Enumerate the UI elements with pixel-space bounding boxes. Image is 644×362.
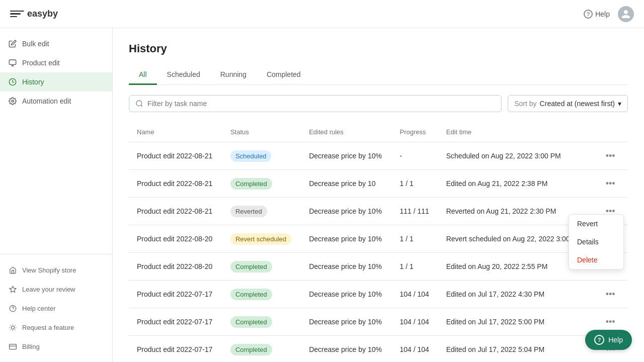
sidebar-label-billing: Billing — [22, 343, 40, 350]
svg-point-5 — [11, 326, 14, 329]
sort-prefix: Sort by — [514, 100, 536, 108]
cell-edited-rules: Decrease price by 10% — [301, 225, 391, 253]
top-nav-right: ? Help — [584, 6, 634, 22]
sidebar-item-request-feature[interactable]: Request a feature — [0, 318, 112, 337]
tab-running[interactable]: Running — [210, 65, 257, 85]
cell-edit-time: Edited on Aug 21, 2022 2:38 PM — [438, 170, 594, 198]
cell-name: Product edit 2022-08-21 — [129, 198, 222, 225]
col-edit-time: Edit time — [438, 122, 594, 142]
tab-completed[interactable]: Completed — [257, 65, 311, 85]
cell-progress: 1 / 1 — [392, 170, 438, 198]
table-body: Product edit 2022-08-21 Scheduled Decrea… — [129, 142, 628, 363]
cell-edited-rules: Decrease price by 10% — [301, 281, 391, 308]
svg-line-8 — [10, 325, 11, 325]
cell-progress: 1 / 1 — [392, 225, 438, 253]
cell-edit-time: Edited on Jul 17, 2022 5:00 PM — [438, 308, 594, 336]
sidebar-item-help-center[interactable]: Help center — [0, 299, 112, 318]
status-badge: Completed — [230, 344, 272, 355]
table-row: Product edit 2022-07-17 Completed Decrea… — [129, 308, 628, 336]
help-center-icon — [8, 304, 17, 313]
search-icon — [135, 100, 143, 108]
cell-status: Completed — [222, 253, 301, 281]
cell-edited-rules: Decrease price by 10% — [301, 253, 391, 281]
cell-progress: 104 / 104 — [392, 281, 438, 308]
sort-box[interactable]: Sort by Created at (newest first) ▾ — [508, 95, 628, 112]
gear-icon — [8, 97, 17, 106]
sidebar-item-billing[interactable]: Billing — [0, 337, 112, 356]
context-menu: Revert Details Delete — [569, 214, 624, 269]
col-progress: Progress — [392, 122, 438, 142]
sidebar-item-automation-edit[interactable]: Automation edit — [0, 92, 112, 111]
cell-edited-rules: Decrease price by 10% — [301, 198, 391, 225]
sidebar-label-product-edit: Product edit — [22, 59, 60, 67]
cell-actions: ••• — [594, 281, 628, 308]
table-row: Product edit 2022-07-17 Completed Decrea… — [129, 336, 628, 363]
help-link[interactable]: ? Help — [584, 10, 610, 19]
svg-line-17 — [141, 105, 142, 107]
col-edited-rules: Edited rules — [301, 122, 391, 142]
tab-all[interactable]: All — [129, 65, 157, 85]
table-row: Product edit 2022-08-21 Reverted Decreas… — [129, 198, 628, 225]
col-actions — [594, 122, 628, 142]
svg-line-12 — [10, 329, 11, 330]
table-row: Product edit 2022-08-21 Completed Decrea… — [129, 170, 628, 198]
cell-status: Reverted — [222, 198, 301, 225]
cell-name: Product edit 2022-07-17 — [129, 336, 222, 363]
three-dot-button[interactable]: ••• — [602, 177, 619, 190]
cell-edit-time: Scheduled on Aug 22, 2022 3:00 PM — [438, 142, 594, 170]
cell-status: Completed — [222, 281, 301, 308]
store-icon — [8, 265, 17, 275]
cell-edit-time: Edited on Jul 17, 2022 5:04 PM — [438, 336, 594, 363]
search-box — [129, 95, 502, 112]
help-circle-icon: ? — [584, 10, 593, 19]
cell-name: Product edit 2022-07-17 — [129, 281, 222, 308]
search-input[interactable] — [147, 100, 495, 108]
context-menu-details[interactable]: Details — [569, 233, 623, 251]
sidebar-item-leave-review[interactable]: Leave your review — [0, 280, 112, 299]
sidebar-item-history[interactable]: History — [0, 72, 112, 92]
three-dot-button[interactable]: ••• — [602, 149, 619, 162]
page-title: History — [129, 42, 628, 55]
table-row: Product edit 2022-08-20 Completed Decrea… — [129, 253, 628, 281]
svg-line-13 — [15, 325, 15, 325]
help-label: Help — [595, 10, 610, 18]
cell-actions: ••• — [594, 142, 628, 170]
cell-actions: ••• — [594, 170, 628, 198]
sidebar-label-view-shopify: View Shopify store — [22, 266, 76, 274]
cell-edited-rules: Decrease price by 10 — [301, 170, 391, 198]
table-row: Product edit 2022-08-20 Revert scheduled… — [129, 225, 628, 253]
chevron-down-icon: ▾ — [618, 100, 621, 108]
logo[interactable]: easyby — [10, 9, 58, 19]
three-dot-button[interactable]: ••• — [602, 315, 619, 328]
sidebar-label-leave-review: Leave your review — [22, 286, 75, 293]
avatar[interactable] — [618, 6, 634, 22]
cell-status: Revert scheduled — [222, 225, 301, 253]
status-badge: Completed — [230, 178, 272, 190]
cell-edit-time: Edited on Jul 17, 2022 4:30 PM — [438, 281, 594, 308]
cell-progress: 111 / 111 — [392, 198, 438, 225]
feature-icon — [8, 323, 17, 332]
svg-line-9 — [15, 329, 15, 330]
main-content: History All Scheduled Running Completed … — [113, 28, 644, 362]
sidebar-item-bulk-edit[interactable]: Bulk edit — [0, 34, 112, 53]
cell-edited-rules: Decrease price by 10% — [301, 308, 391, 336]
logo-icon — [10, 9, 24, 19]
context-menu-delete[interactable]: Delete — [569, 251, 623, 269]
three-dot-button[interactable]: ••• — [602, 288, 619, 301]
cell-progress: 104 / 104 — [392, 308, 438, 336]
help-fab-icon: ? — [594, 335, 604, 345]
sort-value: Created at (newest first) — [540, 100, 615, 108]
help-fab[interactable]: ? Help — [585, 330, 632, 350]
tab-scheduled[interactable]: Scheduled — [157, 65, 210, 85]
sidebar-label-request-feature: Request a feature — [22, 324, 74, 331]
svg-rect-0 — [9, 60, 16, 64]
cell-status: Completed — [222, 308, 301, 336]
layout: Bulk edit Product edit History Automatio… — [0, 28, 644, 362]
context-menu-revert[interactable]: Revert — [569, 215, 623, 233]
cell-name: Product edit 2022-08-20 — [129, 253, 222, 281]
sidebar-label-help-center: Help center — [22, 305, 55, 312]
sidebar-item-view-shopify[interactable]: View Shopify store — [0, 260, 112, 280]
cell-edited-rules: Decrease price by 10% — [301, 142, 391, 170]
sidebar-item-product-edit[interactable]: Product edit — [0, 53, 112, 72]
status-badge: Scheduled — [230, 150, 271, 162]
